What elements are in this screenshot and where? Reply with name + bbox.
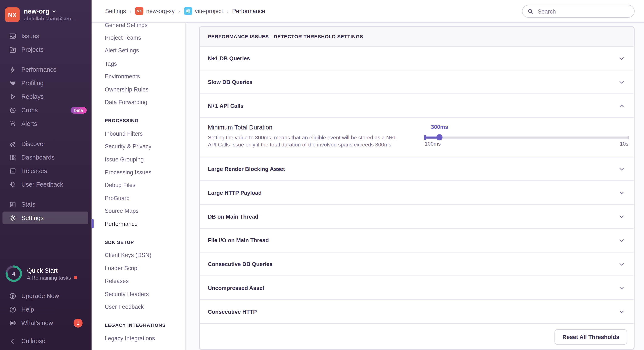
subnav-item-performance[interactable]: Performance [92, 217, 185, 230]
breadcrumb-vite-project[interactable]: vite-project [184, 7, 223, 15]
sidebar-item-upgrade-now[interactable]: Upgrade Now [0, 289, 92, 303]
whats-new-icon [9, 319, 16, 326]
alerts-icon [9, 120, 16, 127]
detector-row-large-http-payload[interactable]: Large HTTP Payload [200, 181, 634, 205]
detector-row-label: Uncompressed Asset [208, 285, 264, 291]
subnav-item-debug-files[interactable]: Debug Files [92, 179, 185, 191]
subnav-item-source-maps[interactable]: Source Maps [92, 204, 185, 217]
sidebar-item-help[interactable]: Help [0, 303, 92, 316]
subnav-item-releases[interactable]: Releases [92, 274, 185, 287]
primary-sidebar: NX new-org abdullah.khan@sen… IssuesProj… [0, 0, 92, 350]
whats-new-count-badge: 1 [74, 319, 82, 328]
sidebar-item-what-s-new[interactable]: What's new1 [0, 316, 92, 330]
detector-detail-n-1-api-calls: Minimum Total DurationSetting the value … [200, 118, 634, 157]
upgrade-icon [9, 292, 16, 299]
sidebar-item-user-feedback[interactable]: User Feedback [0, 177, 92, 191]
subnav-item-alert-settings[interactable]: Alert Settings [92, 44, 185, 57]
slider-thumb[interactable] [436, 134, 443, 141]
app: NX new-org abdullah.khan@sen… IssuesProj… [0, 0, 644, 350]
subnav-item-proguard[interactable]: ProGuard [92, 191, 185, 204]
detector-row-n-1-db-queries[interactable]: N+1 DB Queries [200, 47, 634, 71]
sidebar-item-settings[interactable]: Settings [0, 211, 92, 225]
dashboards-icon [9, 154, 16, 161]
detector-row-slow-db-queries[interactable]: Slow DB Queries [200, 70, 634, 94]
collapse-button[interactable]: Collapse [0, 334, 92, 348]
settings-icon [9, 214, 16, 222]
threshold-slider: 300ms100ms10s [424, 118, 628, 157]
sidebar-item-issues[interactable]: Issues [0, 29, 92, 43]
breadcrumb-separator: › [178, 8, 180, 14]
subnav-item-processing-issues[interactable]: Processing Issues [92, 166, 185, 179]
detector-row-n-1-api-calls[interactable]: N+1 API Calls [200, 94, 634, 118]
subnav-item-project-teams[interactable]: Project Teams [92, 31, 185, 44]
chevron-up-icon [618, 103, 625, 109]
search-box[interactable] [522, 5, 634, 18]
detector-row-label: Consecutive DB Queries [208, 261, 272, 267]
discover-icon [9, 140, 16, 147]
sidebar-item-label: Profiling [21, 79, 44, 86]
subnav-item-data-forwarding[interactable]: Data Forwarding [92, 96, 185, 109]
subnav-item-user-feedback[interactable]: User Feedback [92, 300, 185, 313]
detector-settings-panel: PERFORMANCE ISSUES - DETECTOR THRESHOLD … [199, 26, 634, 350]
breadcrumb-new-org-xy[interactable]: NXnew-org-xy [135, 7, 175, 15]
beta-badge: beta [70, 107, 87, 113]
chevron-down-icon [618, 285, 625, 291]
detector-row-label: N+1 DB Queries [208, 55, 250, 61]
subnav-item-inbound-filters[interactable]: Inbound Filters [92, 127, 185, 140]
nav-group: IssuesProjects [0, 29, 92, 56]
subnav-item-security-privacy[interactable]: Security & Privacy [92, 140, 185, 153]
subnav-section-header: SDK SETUP [92, 236, 185, 249]
sidebar-item-alerts[interactable]: Alerts [0, 117, 92, 130]
stats-icon [9, 201, 16, 208]
crons-icon [9, 106, 16, 114]
chevron-down-icon [52, 9, 56, 13]
sidebar-bottom-nav: Upgrade NowHelpWhat's new1 [0, 289, 92, 330]
sidebar-item-label: Replays [21, 93, 44, 100]
sidebar-item-performance[interactable]: Performance [0, 63, 92, 76]
chevron-down-icon [618, 189, 625, 196]
quickstart-title: Quick Start [27, 266, 77, 274]
reset-all-thresholds-button[interactable]: Reset All Thresholds [554, 329, 627, 345]
sidebar-item-label: Stats [21, 201, 35, 208]
detector-row-file-i-o-on-main-thread[interactable]: File I/O on Main Thread [200, 229, 634, 253]
org-switcher[interactable]: NX new-org abdullah.khan@sen… [0, 0, 92, 25]
settings-subnav: General SettingsProject TeamsAlert Setti… [92, 0, 186, 350]
detector-row-large-render-blocking-asset[interactable]: Large Render Blocking Asset [200, 157, 634, 181]
subnav-item-issue-grouping[interactable]: Issue Grouping [92, 153, 185, 166]
setting-description: Setting the value to 300ms, means that a… [208, 134, 402, 148]
sidebar-item-label: Settings [21, 214, 44, 221]
subnav-item-ownership-rules[interactable]: Ownership Rules [92, 83, 185, 96]
primary-nav: IssuesProjectsPerformanceProfilingReplay… [0, 29, 92, 225]
detector-row-db-on-main-thread[interactable]: DB on Main Thread [200, 205, 634, 229]
search-input[interactable] [537, 7, 629, 15]
sidebar-item-label: User Feedback [21, 181, 63, 188]
sidebar-item-stats[interactable]: Stats [0, 197, 92, 211]
subnav-item-environments[interactable]: Environments [92, 70, 185, 83]
sidebar-item-discover[interactable]: Discover [0, 137, 92, 151]
breadcrumb-performance[interactable]: Performance [232, 8, 265, 14]
subnav-item-client-keys-dsn-[interactable]: Client Keys (DSN) [92, 249, 185, 262]
chevron-down-icon [618, 166, 625, 172]
sidebar-item-replays[interactable]: Replays [0, 90, 92, 103]
subnav-item-legacy-integrations[interactable]: Legacy Integrations [92, 332, 185, 345]
chevron-down-icon [618, 261, 625, 267]
sidebar-item-profiling[interactable]: Profiling [0, 76, 92, 90]
subnav-item-tags[interactable]: Tags [92, 57, 185, 70]
detector-row-consecutive-http[interactable]: Consecutive HTTP [200, 300, 634, 324]
detector-row-uncompressed-asset[interactable]: Uncompressed Asset [200, 276, 634, 300]
breadcrumb-settings[interactable]: Settings [105, 8, 126, 14]
collapse-icon [9, 337, 16, 345]
quickstart-widget[interactable]: 4 Quick Start 4 Remaining tasks [5, 265, 77, 282]
breadcrumb-separator: › [227, 8, 228, 14]
subnav-item-security-headers[interactable]: Security Headers [92, 287, 185, 300]
sidebar-item-crons[interactable]: Cronsbeta [0, 103, 92, 117]
performance-icon [9, 66, 16, 73]
sidebar-item-dashboards[interactable]: Dashboards [0, 151, 92, 164]
slider-track[interactable] [424, 137, 628, 139]
alert-dot [74, 276, 77, 279]
sidebar-item-label: Projects [21, 46, 44, 53]
sidebar-item-projects[interactable]: Projects [0, 43, 92, 56]
sidebar-item-releases[interactable]: Releases [0, 164, 92, 177]
subnav-item-loader-script[interactable]: Loader Script [92, 262, 185, 274]
detector-row-consecutive-db-queries[interactable]: Consecutive DB Queries [200, 253, 634, 276]
